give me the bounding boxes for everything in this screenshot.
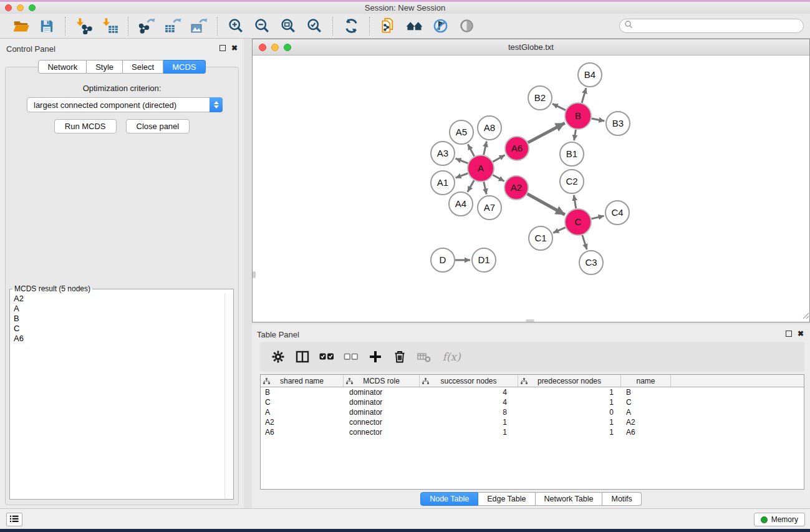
float-panel-icon[interactable] [219, 45, 226, 51]
import-network-icon[interactable] [70, 16, 97, 37]
tab-node-table[interactable]: Node Table [420, 492, 478, 506]
node-B4[interactable]: B4 [578, 63, 602, 87]
column-header-predecessor-nodes[interactable]: predecessor nodes [518, 375, 621, 387]
tab-mcds[interactable]: MCDS [163, 60, 205, 74]
edge-B-B2[interactable] [552, 104, 566, 110]
table-cell[interactable]: 1 [420, 418, 518, 427]
task-history-button[interactable] [6, 513, 22, 526]
node-B1[interactable]: B1 [560, 142, 584, 166]
tab-edge-table[interactable]: Edge Table [478, 492, 535, 506]
mcds-result-list[interactable]: A2ABCA6 [11, 294, 224, 498]
table-cell[interactable]: 1 [420, 428, 518, 437]
node-D[interactable]: D [431, 248, 455, 272]
float-table-panel-icon[interactable] [786, 331, 792, 337]
node-A2[interactable]: A2 [504, 176, 528, 200]
zoom-window-icon[interactable] [29, 4, 36, 11]
edge-A-A2[interactable] [493, 175, 504, 181]
network-window-titlebar[interactable]: testGlobe.txt [253, 39, 809, 56]
table-row[interactable]: Adominator80A [261, 407, 804, 417]
search-input[interactable] [634, 19, 803, 32]
close-table-panel-icon[interactable]: ✖ [798, 331, 804, 337]
node-A6[interactable]: A6 [505, 137, 529, 160]
network-canvas[interactable]: AA1A2A3A4A5A6A7A8BB1B2B3B4CC1C2C3C4DD1 [253, 56, 809, 322]
import-table-icon[interactable] [97, 16, 123, 37]
column-header-MCDS-role[interactable]: MCDS role [344, 375, 420, 387]
table-cell[interactable]: B [261, 388, 344, 397]
network-zoom-icon[interactable] [284, 44, 291, 51]
edge-C-C1[interactable] [553, 228, 566, 233]
table-cell[interactable]: A [261, 408, 344, 417]
edge-B-B1[interactable] [574, 130, 576, 141]
table-cell[interactable]: B [621, 388, 671, 397]
mcds-result-item[interactable]: B [11, 314, 224, 324]
save-session-icon[interactable] [34, 16, 60, 37]
create-column-icon[interactable] [365, 347, 385, 367]
delete-columns-icon[interactable] [389, 347, 410, 367]
close-panel-button[interactable]: Close panel [126, 119, 190, 133]
zoom-selected-icon[interactable] [301, 16, 327, 37]
table-cell[interactable]: 1 [518, 398, 621, 407]
edge-C-C3[interactable] [582, 235, 587, 249]
zoom-in-icon[interactable] [223, 16, 249, 37]
table-options-gear-icon[interactable] [268, 347, 288, 367]
export-table-icon[interactable] [160, 16, 186, 37]
search-box[interactable] [619, 19, 804, 33]
table-cell[interactable]: 4 [420, 398, 518, 407]
column-header-shared-name[interactable]: shared name [261, 375, 344, 387]
table-cell[interactable]: 0 [518, 408, 621, 417]
edge-A-A5[interactable] [468, 144, 474, 156]
column-header-name[interactable]: name [621, 375, 671, 387]
node-A7[interactable]: A7 [478, 196, 501, 220]
node-D1[interactable]: D1 [472, 248, 496, 272]
open-session-icon[interactable] [7, 16, 34, 37]
node-C1[interactable]: C1 [529, 226, 552, 250]
resize-grip-icon[interactable] [801, 311, 809, 322]
edge-A-A3[interactable] [456, 158, 468, 163]
column-header-successor-nodes[interactable]: successor nodes [420, 375, 518, 387]
mcds-result-item[interactable]: A6 [11, 334, 224, 344]
node-A3[interactable]: A3 [431, 142, 455, 165]
zoom-out-icon[interactable] [249, 16, 275, 37]
edge-A-A7[interactable] [484, 182, 486, 195]
node-C2[interactable]: C2 [560, 170, 584, 193]
table-row[interactable]: Bdominator41B [261, 387, 804, 397]
table-cell[interactable]: A [621, 408, 671, 417]
optimization-select[interactable]: largest connected component (directed) [27, 97, 223, 112]
hide-flag-icon[interactable] [427, 16, 453, 37]
node-C4[interactable]: C4 [605, 201, 629, 225]
network-minimize-icon[interactable] [271, 44, 279, 51]
node-B3[interactable]: B3 [606, 112, 630, 135]
node-C[interactable]: C [565, 209, 591, 235]
run-mcds-button[interactable]: Run MCDS [54, 119, 117, 133]
table-cell[interactable]: 1 [518, 418, 621, 427]
edge-C-C4[interactable] [591, 216, 604, 219]
table-cell[interactable]: dominator [344, 408, 420, 417]
edge-A-A1[interactable] [456, 173, 468, 178]
tab-network[interactable]: Network [38, 60, 87, 74]
table-cell[interactable]: dominator [344, 388, 420, 397]
edge-A-A6[interactable] [493, 155, 504, 162]
export-image-icon[interactable] [186, 16, 212, 37]
node-A5[interactable]: A5 [450, 120, 473, 144]
table-cell[interactable]: A6 [261, 428, 344, 437]
zoom-fit-icon[interactable] [275, 16, 301, 37]
network-close-icon[interactable] [259, 44, 266, 51]
network-vertical-scrollbar[interactable] [253, 271, 256, 278]
main-titlebar[interactable]: Session: New Session [0, 2, 810, 14]
export-network-icon[interactable] [133, 16, 160, 37]
table-cell[interactable]: 8 [420, 408, 518, 417]
node-A1[interactable]: A1 [431, 171, 455, 195]
close-window-icon[interactable] [5, 4, 12, 11]
table-cell[interactable]: A2 [621, 418, 671, 427]
table-cell[interactable]: dominator [344, 398, 420, 407]
table-cell[interactable]: A2 [261, 418, 344, 427]
tab-select[interactable]: Select [123, 60, 163, 74]
close-panel-icon[interactable]: ✖ [231, 45, 238, 51]
network-horizontal-scrollbar[interactable] [526, 319, 534, 322]
mcds-result-item[interactable]: C [11, 324, 224, 334]
table-cell[interactable]: connector [344, 418, 420, 427]
edge-A-A8[interactable] [484, 142, 487, 155]
mcds-result-item[interactable]: A2 [11, 294, 224, 304]
double-home-icon[interactable] [401, 16, 427, 37]
apply-layout-icon[interactable] [338, 16, 364, 37]
